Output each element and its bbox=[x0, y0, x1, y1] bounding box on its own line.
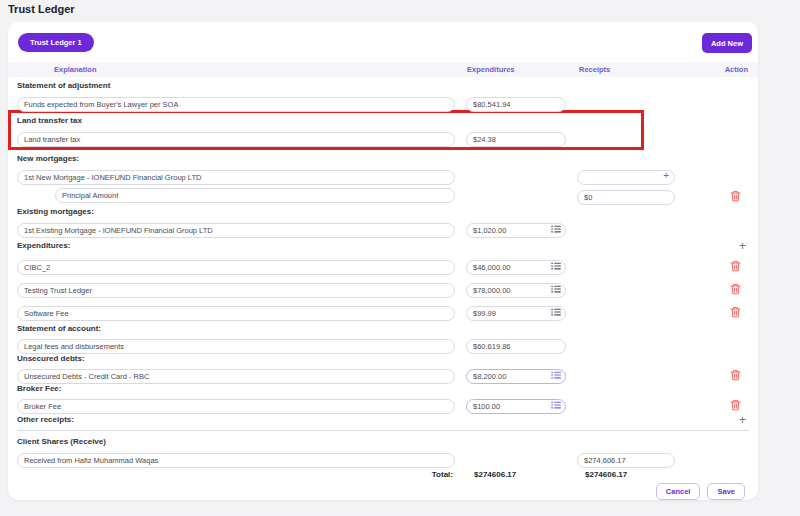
delete-row-button[interactable] bbox=[730, 369, 741, 381]
table-row bbox=[8, 186, 758, 201]
table-row bbox=[8, 219, 758, 234]
header-expenditures: Expenditures bbox=[466, 65, 566, 74]
section-label-existing-mortgages: Existing mortgages: bbox=[8, 207, 758, 217]
expenditure-input[interactable] bbox=[466, 97, 566, 112]
table-row bbox=[8, 302, 758, 317]
section-header-expenditures: Expenditures: + bbox=[8, 240, 758, 252]
land-transfer-tax-highlight: Land transfer tax bbox=[8, 110, 644, 150]
header-receipts: Receipts bbox=[577, 65, 675, 74]
section-label-client-shares: Client Shares (Receive) bbox=[8, 437, 758, 447]
page-title: Trust Ledger bbox=[8, 3, 75, 15]
trash-icon bbox=[730, 190, 741, 202]
section-label-other-receipts: Other receipts: bbox=[17, 415, 74, 425]
section-label-unsecured-debts: Unsecured debts: bbox=[8, 354, 758, 364]
add-expenditure-icon[interactable]: + bbox=[739, 241, 746, 251]
list-icon[interactable] bbox=[551, 401, 561, 409]
trust-ledger-card: Trust Ledger 1 Add New Explanation Expen… bbox=[8, 22, 758, 500]
total-expenditures: $274606.17 bbox=[466, 470, 566, 479]
table-row bbox=[8, 256, 758, 271]
delete-row-button[interactable] bbox=[730, 260, 741, 272]
principal-amount-input[interactable] bbox=[55, 188, 455, 203]
trash-icon bbox=[730, 399, 741, 411]
section-label-new-mortgages: New mortgages: bbox=[8, 154, 758, 164]
receipt-input[interactable] bbox=[577, 190, 675, 205]
explanation-input[interactable] bbox=[17, 399, 455, 414]
section-label-broker-fee: Broker Fee: bbox=[8, 384, 758, 394]
list-icon[interactable] bbox=[551, 225, 561, 233]
explanation-input[interactable] bbox=[17, 132, 455, 147]
explanation-input[interactable] bbox=[17, 369, 455, 384]
delete-row-button[interactable] bbox=[730, 190, 741, 202]
add-receipt-icon[interactable]: + bbox=[739, 415, 746, 425]
trash-icon bbox=[730, 283, 741, 295]
add-new-button[interactable]: Add New bbox=[702, 33, 752, 53]
delete-row-button[interactable] bbox=[730, 306, 741, 318]
table-row bbox=[8, 395, 758, 410]
delete-row-button[interactable] bbox=[730, 283, 741, 295]
section-label-land-transfer-tax: Land transfer tax bbox=[11, 116, 641, 126]
table-row bbox=[8, 279, 758, 294]
table-row bbox=[11, 128, 641, 143]
section-divider bbox=[17, 430, 749, 431]
section-label-expenditures: Expenditures: bbox=[17, 241, 70, 251]
explanation-input[interactable] bbox=[17, 283, 455, 298]
explanation-input[interactable] bbox=[17, 260, 455, 275]
table-row bbox=[8, 93, 758, 108]
add-principal-icon[interactable]: + bbox=[663, 171, 669, 181]
expenditure-input[interactable] bbox=[466, 132, 566, 147]
list-icon[interactable] bbox=[551, 371, 561, 379]
list-icon[interactable] bbox=[551, 262, 561, 270]
total-label: Total: bbox=[17, 470, 455, 479]
table-row bbox=[8, 335, 758, 350]
save-button[interactable]: Save bbox=[707, 483, 745, 500]
trash-icon bbox=[730, 306, 741, 318]
total-receipts: $274606.17 bbox=[577, 470, 675, 479]
list-icon[interactable] bbox=[551, 285, 561, 293]
explanation-input[interactable] bbox=[17, 97, 455, 112]
cancel-button[interactable]: Cancel bbox=[656, 483, 701, 500]
trash-icon bbox=[730, 369, 741, 381]
explanation-input[interactable] bbox=[17, 306, 455, 321]
card-toolbar: Trust Ledger 1 Add New bbox=[8, 22, 758, 52]
table-header-row: Explanation Expenditures Receipts Action bbox=[8, 62, 758, 77]
header-action: Action bbox=[686, 65, 748, 74]
explanation-input[interactable] bbox=[17, 170, 455, 185]
section-header-other-receipts: Other receipts: + bbox=[8, 414, 758, 426]
table-row: + bbox=[8, 166, 758, 181]
delete-row-button[interactable] bbox=[730, 399, 741, 411]
explanation-input[interactable] bbox=[17, 339, 455, 354]
table-row bbox=[8, 449, 758, 464]
explanation-input[interactable] bbox=[17, 453, 455, 468]
explanation-input[interactable] bbox=[17, 223, 455, 238]
receipt-input[interactable] bbox=[577, 170, 675, 185]
section-label-statement-of-account: Statement of account: bbox=[8, 324, 758, 334]
totals-row: Total: $274606.17 $274606.17 bbox=[8, 469, 758, 479]
header-explanation: Explanation bbox=[17, 65, 455, 74]
trust-ledger-tab[interactable]: Trust Ledger 1 bbox=[18, 33, 94, 52]
receipt-input[interactable] bbox=[577, 453, 675, 468]
table-row bbox=[8, 365, 758, 380]
section-label-statement-of-adjustment: Statement of adjustment bbox=[8, 81, 758, 91]
footer-actions: Cancel Save bbox=[8, 483, 758, 500]
list-icon[interactable] bbox=[551, 308, 561, 316]
expenditure-input[interactable] bbox=[466, 339, 566, 354]
trash-icon bbox=[730, 260, 741, 272]
